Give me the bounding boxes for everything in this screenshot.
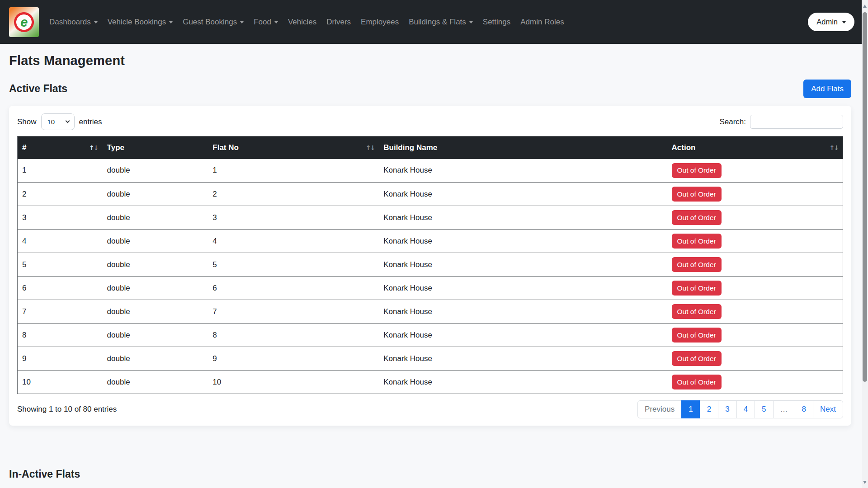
nav-item-label: Drivers <box>326 18 351 27</box>
flat-type: double <box>103 230 208 253</box>
nav-item-buildings-flats[interactable]: Buildings & Flats <box>404 14 478 30</box>
flat-no: 8 <box>208 324 379 347</box>
page-length-control: Show 10 entries <box>17 113 102 130</box>
nav-item-label: Settings <box>483 18 510 27</box>
row-index: 4 <box>18 230 103 253</box>
building-name: Konark House <box>379 230 667 253</box>
row-index: 7 <box>18 300 103 324</box>
out-of-order-button[interactable]: Out of Order <box>672 328 722 343</box>
table-row: 6double6Konark HouseOut of Order <box>18 277 843 300</box>
nav-item-label: Guest Bookings <box>183 18 237 27</box>
page-2[interactable]: 2 <box>700 400 718 418</box>
action-cell: Out of Order <box>667 324 843 347</box>
search-input[interactable] <box>750 115 843 129</box>
flats-table: #↑↓TypeFlat No↑↓Building NameAction↑↓ 1d… <box>17 136 843 394</box>
row-index: 9 <box>18 347 103 371</box>
flat-type: double <box>103 206 208 230</box>
sort-icon: ↑↓ <box>830 144 838 151</box>
column-label: Type <box>107 143 124 152</box>
out-of-order-button[interactable]: Out of Order <box>672 234 722 249</box>
row-index: 1 <box>18 159 103 183</box>
page-8[interactable]: 8 <box>795 400 813 418</box>
flat-type: double <box>103 347 208 371</box>
page-previous: Previous <box>637 400 682 418</box>
admin-menu-button[interactable]: Admin <box>808 13 854 31</box>
nav-item-admin-roles[interactable]: Admin Roles <box>515 14 569 30</box>
flat-no: 5 <box>208 253 379 277</box>
building-name: Konark House <box>379 277 667 300</box>
column-header-building-name[interactable]: Building Name <box>379 136 667 159</box>
flat-type: double <box>103 371 208 394</box>
main-content: Flats Management Active Flats Add Flats … <box>0 53 868 480</box>
table-body: 1double1Konark HouseOut of Order2double2… <box>18 159 843 394</box>
flat-type: double <box>103 159 208 183</box>
row-index: 10 <box>18 371 103 394</box>
out-of-order-button[interactable]: Out of Order <box>672 210 722 225</box>
table-row: 9double9Konark HouseOut of Order <box>18 347 843 371</box>
add-flats-button[interactable]: Add Flats <box>803 80 851 98</box>
out-of-order-button[interactable]: Out of Order <box>672 163 722 178</box>
entries-label: entries <box>79 117 102 127</box>
app-logo[interactable]: e <box>9 7 39 37</box>
nav-item-drivers[interactable]: Drivers <box>321 14 356 30</box>
nav-item-vehicles[interactable]: Vehicles <box>283 14 321 30</box>
flat-no: 6 <box>208 277 379 300</box>
nav-item-employees[interactable]: Employees <box>356 14 404 30</box>
table-row: 2double2Konark HouseOut of Order <box>18 183 843 206</box>
out-of-order-button[interactable]: Out of Order <box>672 375 722 389</box>
column-label: Building Name <box>383 143 437 152</box>
sort-icon: ↑↓ <box>366 144 374 151</box>
column-header-type[interactable]: Type <box>103 136 208 159</box>
section-title-inactive: In-Active Flats <box>9 468 851 480</box>
page-4[interactable]: 4 <box>736 400 755 418</box>
out-of-order-button[interactable]: Out of Order <box>672 304 722 319</box>
search-label: Search: <box>719 117 746 127</box>
page-next[interactable]: Next <box>813 400 843 418</box>
page-5[interactable]: 5 <box>755 400 773 418</box>
caret-down-icon <box>274 21 278 23</box>
building-name: Konark House <box>379 324 667 347</box>
flat-type: double <box>103 300 208 324</box>
building-name: Konark House <box>379 371 667 394</box>
nav-item-dashboards[interactable]: Dashboards <box>44 14 103 30</box>
nav-item-label: Vehicle Bookings <box>108 18 166 27</box>
out-of-order-button[interactable]: Out of Order <box>672 187 722 202</box>
nav-item-label: Dashboards <box>49 18 91 27</box>
page-length-select[interactable]: 10 <box>41 113 75 130</box>
page-3[interactable]: 3 <box>718 400 736 418</box>
column-label: Flat No <box>212 143 239 152</box>
nav-item-settings[interactable]: Settings <box>478 14 515 30</box>
nav-item-label: Employees <box>361 18 399 27</box>
building-name: Konark House <box>379 347 667 371</box>
navbar: e DashboardsVehicle BookingsGuest Bookin… <box>0 0 868 44</box>
scroll-down-icon[interactable] <box>863 481 867 484</box>
caret-down-icon <box>842 21 846 23</box>
column-header-action[interactable]: Action↑↓ <box>667 136 843 159</box>
caret-down-icon <box>94 21 98 23</box>
sort-desc-arrow: ↓ <box>370 144 375 151</box>
building-name: Konark House <box>379 300 667 324</box>
out-of-order-button[interactable]: Out of Order <box>672 281 722 296</box>
nav-item-vehicle-bookings[interactable]: Vehicle Bookings <box>103 14 178 30</box>
row-index: 5 <box>18 253 103 277</box>
out-of-order-button[interactable]: Out of Order <box>672 351 722 366</box>
column-header-flat-no[interactable]: Flat No↑↓ <box>208 136 379 159</box>
table-header-row: #↑↓TypeFlat No↑↓Building NameAction↑↓ <box>18 136 843 159</box>
scrollbar-thumb[interactable] <box>863 12 867 382</box>
out-of-order-button[interactable]: Out of Order <box>672 257 722 272</box>
nav-item-guest-bookings[interactable]: Guest Bookings <box>178 14 249 30</box>
nav-item-label: Food <box>254 18 271 27</box>
scroll-up-icon[interactable] <box>863 5 867 8</box>
column-label: # <box>22 143 26 152</box>
sort-desc-arrow: ↓ <box>94 144 98 151</box>
nav-item-food[interactable]: Food <box>249 14 283 30</box>
flat-type: double <box>103 277 208 300</box>
building-name: Konark House <box>379 253 667 277</box>
page-1[interactable]: 1 <box>681 400 700 418</box>
flat-no: 4 <box>208 230 379 253</box>
column-header-[interactable]: #↑↓ <box>18 136 103 159</box>
flat-no: 1 <box>208 159 379 183</box>
table-row: 7double7Konark HouseOut of Order <box>18 300 843 324</box>
scrollbar[interactable] <box>862 0 868 488</box>
show-label: Show <box>17 117 37 127</box>
